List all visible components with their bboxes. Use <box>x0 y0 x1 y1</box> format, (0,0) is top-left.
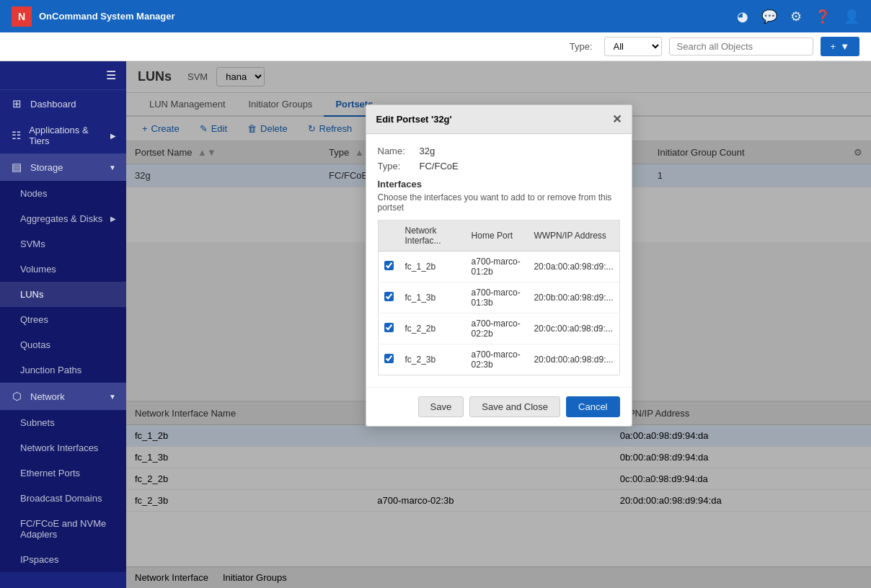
modal-body: Name: 32g Type: FC/FCoE Interfaces Choos… <box>366 134 632 387</box>
label-aggregates: Aggregates & Disks <box>20 213 102 224</box>
modal-overlay: Edit Portset '32g' ✕ Name: 32g Type: FC/… <box>126 61 871 588</box>
label-qtrees: Qtrees <box>20 314 48 325</box>
help-icon[interactable]: ❓ <box>815 9 831 24</box>
modal-footer: Save Save and Close Cancel <box>366 387 632 426</box>
label-fcfcoe: FC/FCoE and NVMe Adaplers <box>20 518 116 540</box>
modal-interface-1: fc_1_3b <box>399 282 466 313</box>
content-area: LUNs SVM hana LUN Management Initiator G… <box>126 61 871 588</box>
sidebar-item-ethernet-ports[interactable]: Ethernet Ports <box>0 460 126 486</box>
aggregates-arrow: ▶ <box>110 215 116 223</box>
user-icon[interactable]: 👤 <box>844 9 859 24</box>
storage-icon: ▤ <box>10 161 23 174</box>
sidebar-label-network: Network <box>30 391 65 402</box>
sidebar-item-luns[interactable]: LUNs <box>0 282 126 307</box>
modal-close-button[interactable]: ✕ <box>612 112 622 126</box>
cancel-button[interactable]: Cancel <box>566 396 619 417</box>
modal-type-row: Type: FC/FCoE <box>378 161 620 172</box>
modal-name-label: Name: <box>378 146 414 156</box>
sidebar-item-fcfcoe[interactable]: FC/FCoE and NVMe Adaplers <box>0 511 126 547</box>
modal-type-label: Type: <box>378 161 414 172</box>
sidebar-item-qtrees[interactable]: Qtrees <box>0 307 126 332</box>
sidebar-label-storage: Storage <box>30 162 63 173</box>
sidebar-item-quotas[interactable]: Quotas <box>0 332 126 357</box>
save-close-button[interactable]: Save and Close <box>469 396 560 417</box>
label-luns: LUNs <box>20 289 44 300</box>
sidebar-item-nodes[interactable]: Nodes <box>0 181 126 206</box>
sidebar-item-dashboard[interactable]: ⊞ Dashboard <box>0 90 126 117</box>
label-broadcast-domains: Broadcast Domains <box>20 493 102 504</box>
label-quotas: Quotas <box>20 339 50 350</box>
modal-wwpn-2: 20:0c:00:a0:98:d9:... <box>528 313 619 344</box>
network-arrow: ▼ <box>109 393 116 401</box>
app-title: OnCommand System Manager <box>39 11 175 22</box>
modal-name-value: 32g <box>420 146 436 156</box>
modal-wwpn-3: 20:0d:00:a0:98:d9:... <box>528 344 619 375</box>
modal-checkbox-3[interactable] <box>378 344 399 375</box>
label-network-interfaces: Network Interfaces <box>20 442 98 453</box>
network-icon: ⬡ <box>10 390 23 403</box>
sidebar-item-network-interfaces[interactable]: Network Interfaces <box>0 435 126 460</box>
modal-interfaces-title: Interfaces <box>378 179 620 190</box>
compass-icon[interactable]: ◕ <box>737 9 748 24</box>
sidebar-item-applications[interactable]: ☷ Applications & Tiers ▶ <box>0 117 126 153</box>
chat-icon[interactable]: 💬 <box>761 9 777 24</box>
sidebar-item-svms[interactable]: SVMs <box>0 231 126 257</box>
sidebar-header: ☰ <box>0 61 126 90</box>
label-subnets: Subnets <box>20 417 55 428</box>
brand: N OnCommand System Manager <box>12 6 737 27</box>
sidebar-item-aggregates[interactable]: Aggregates & Disks ▶ <box>0 206 126 231</box>
type-label: Type: <box>570 41 593 52</box>
modal-row-1: fc_1_3b a700-marco-01:3b 20:0b:00:a0:98:… <box>378 282 619 313</box>
add-dropdown-icon: ▼ <box>840 41 849 52</box>
modal-checkbox-1[interactable] <box>378 282 399 313</box>
modal-name-row: Name: 32g <box>378 146 620 156</box>
top-navbar: N OnCommand System Manager ◕ 💬 ⚙ ❓ 👤 <box>0 0 871 32</box>
applications-arrow: ▶ <box>110 132 116 140</box>
storage-arrow: ▼ <box>109 164 116 172</box>
search-input[interactable] <box>669 37 813 55</box>
add-button[interactable]: + ▼ <box>821 37 859 56</box>
modal-checkbox-2[interactable] <box>378 313 399 344</box>
save-button[interactable]: Save <box>418 396 464 417</box>
modal-row-3: fc_2_3b a700-marco-02:3b 20:0d:00:a0:98:… <box>378 344 619 375</box>
sidebar-item-network[interactable]: ⬡ Network ▼ <box>0 383 126 410</box>
dashboard-icon: ⊞ <box>10 97 23 110</box>
label-nodes: Nodes <box>20 188 48 199</box>
label-volumes: Volumes <box>20 264 56 275</box>
sidebar-item-junction-paths[interactable]: Junction Paths <box>0 357 126 383</box>
modal-row-2: fc_2_2b a700-marco-02:2b 20:0c:00:a0:98:… <box>378 313 619 344</box>
modal-col-wwpn: WWPN/IP Address <box>528 220 619 251</box>
sidebar: ☰ ⊞ Dashboard ☷ Applications & Tiers ▶ ▤… <box>0 61 126 588</box>
type-select[interactable]: All <box>604 37 662 56</box>
hamburger-icon[interactable]: ☰ <box>106 68 116 82</box>
network-submenu: Subnets Network Interfaces Ethernet Port… <box>0 410 126 572</box>
label-junction-paths: Junction Paths <box>20 365 81 375</box>
sidebar-item-volumes[interactable]: Volumes <box>0 257 126 282</box>
sidebar-item-storage[interactable]: ▤ Storage ▼ <box>0 153 126 181</box>
applications-icon: ☷ <box>10 129 22 142</box>
modal-wwpn-1: 20:0b:00:a0:98:d9:... <box>528 282 619 313</box>
modal-col-home-port: Home Port <box>466 220 529 251</box>
label-svms: SVMs <box>20 239 45 249</box>
storage-submenu: Nodes Aggregates & Disks ▶ SVMs Volumes … <box>0 181 126 383</box>
settings-icon[interactable]: ⚙ <box>790 9 802 24</box>
add-icon: + <box>831 41 836 52</box>
modal-row-0: fc_1_2b a700-marco-01:2b 20:0a:00:a0:98:… <box>378 251 619 282</box>
modal-header: Edit Portset '32g' ✕ <box>366 105 632 134</box>
sidebar-item-subnets[interactable]: Subnets <box>0 410 126 435</box>
main-layout: ☰ ⊞ Dashboard ☷ Applications & Tiers ▶ ▤… <box>0 61 871 588</box>
modal-checkbox-0[interactable] <box>378 251 399 282</box>
sidebar-label-dashboard: Dashboard <box>30 99 76 110</box>
secondary-bar: Type: All + ▼ <box>0 32 871 61</box>
modal-homeport-3: a700-marco-02:3b <box>466 344 529 375</box>
nav-icons: ◕ 💬 ⚙ ❓ 👤 <box>737 9 859 24</box>
sidebar-item-broadcast-domains[interactable]: Broadcast Domains <box>0 486 126 511</box>
modal-title: Edit Portset '32g' <box>376 114 452 125</box>
modal-interface-0: fc_1_2b <box>399 251 466 282</box>
modal-interface-3: fc_2_3b <box>399 344 466 375</box>
sidebar-label-applications: Applications & Tiers <box>29 125 103 146</box>
sidebar-item-ipspaces[interactable]: IPspaces <box>0 547 126 572</box>
modal-interfaces-subtitle: Choose the interfaces you want to add to… <box>378 192 620 213</box>
modal-homeport-0: a700-marco-01:2b <box>466 251 529 282</box>
modal-wwpn-0: 20:0a:00:a0:98:d9:... <box>528 251 619 282</box>
